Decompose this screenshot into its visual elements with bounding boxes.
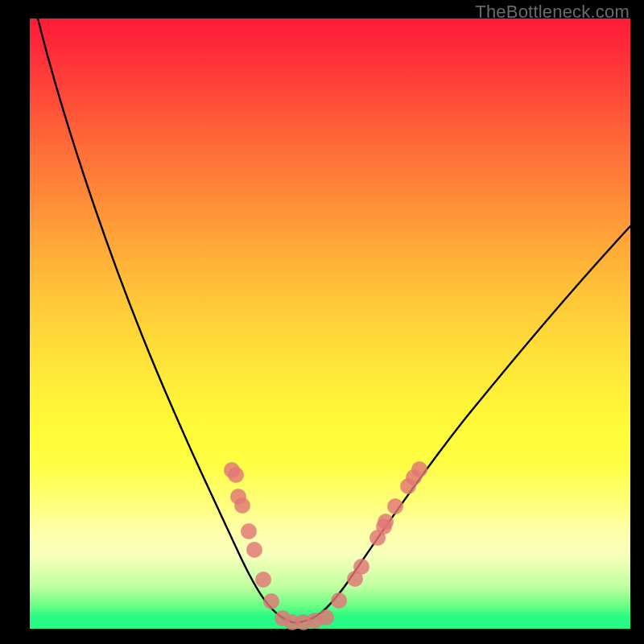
bottleneck-curve-svg (30, 19, 630, 629)
point (353, 559, 369, 575)
point (411, 461, 427, 477)
point (241, 523, 257, 539)
point (228, 467, 244, 483)
chart-frame: TheBottleneck.com (0, 0, 644, 644)
bottleneck-curve (38, 19, 630, 622)
point (255, 572, 271, 588)
point (387, 498, 403, 514)
watermark: TheBottleneck.com (475, 2, 630, 23)
point (378, 514, 394, 530)
plot-area (30, 19, 630, 629)
point (246, 542, 262, 558)
point (263, 593, 279, 609)
point (331, 592, 347, 609)
point (318, 609, 334, 625)
point (234, 497, 250, 514)
data-points (224, 461, 427, 630)
